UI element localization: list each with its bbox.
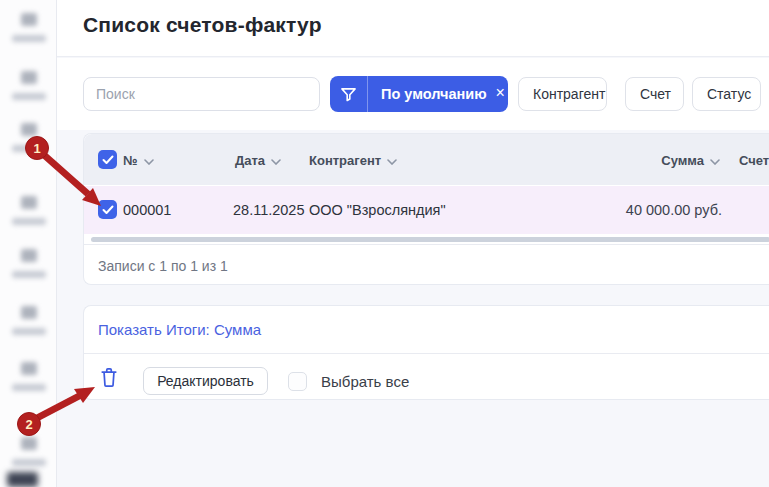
sidebar [0,0,57,487]
filter-button-account[interactable]: Счет [625,77,684,111]
select-all-header-checkbox[interactable] [98,150,117,169]
table-row[interactable]: 000001 28.11.2025 ООО "Взросляндия" 40 0… [84,186,769,234]
sidebar-item-blurred[interactable] [0,71,57,100]
horizontal-scrollbar[interactable] [91,237,769,242]
pagination-text: Записи с 1 по 1 из 1 [98,258,228,274]
select-all-label: Выбрать все [321,373,409,390]
cell-counterparty: ООО "Взросляндия" [309,202,446,218]
column-header-account[interactable]: Счет [739,153,769,168]
divider [84,353,769,354]
sidebar-item-blurred[interactable] [0,249,57,278]
column-header-number[interactable]: № [123,153,154,168]
chip-divider [367,76,368,112]
chevron-down-icon [387,159,397,165]
sidebar-item-blurred[interactable] [0,123,57,152]
show-totals-link[interactable]: Показать Итоги: Сумма [98,321,261,338]
funnel-icon [330,87,367,102]
invoice-table: № Дата Контрагент Сумма Счет 000001 28.1… [83,133,769,285]
filter-chip-label: По умолчанию [381,86,487,102]
row-checkbox[interactable] [98,200,117,219]
column-header-date[interactable]: Дата [235,153,281,168]
check-icon [102,205,114,215]
chevron-down-icon [710,159,720,165]
cell-date: 28.11.2025 [233,202,305,218]
page-title: Список счетов-фактур [83,13,322,37]
sidebar-item-blurred[interactable] [0,306,57,335]
cell-amount: 40 000.00 руб. [626,202,722,218]
search-input[interactable] [83,77,320,111]
filter-button-status[interactable]: Статус [692,77,761,111]
column-header-counterparty[interactable]: Контрагент [309,153,397,168]
check-icon [102,155,114,165]
sidebar-item-blurred[interactable] [0,196,57,225]
close-icon[interactable]: × [496,85,505,103]
edit-button[interactable]: Редактировать [143,367,268,395]
table-header-row: № Дата Контрагент Сумма Счет [84,134,769,185]
pagination-bar: Записи с 1 по 1 из 1 [84,244,769,286]
sidebar-footer-blurred [7,472,38,487]
trash-icon [100,367,118,388]
sidebar-item-blurred[interactable] [0,362,57,391]
filter-button-counterparty[interactable]: Контрагент [518,77,607,111]
column-header-amount[interactable]: Сумма [661,153,720,168]
default-filter-chip[interactable]: По умолчанию × [330,76,508,112]
delete-button[interactable] [99,367,119,389]
sidebar-item-blurred[interactable] [0,13,57,42]
actions-panel: Показать Итоги: Сумма Редактировать Выбр… [83,305,769,400]
chevron-down-icon [271,159,281,165]
cell-number: 000001 [123,202,171,218]
page-header: Список счетов-фактур [57,0,769,57]
toolbar: По умолчанию × Контрагент Счет Статус [57,58,769,130]
select-all-checkbox[interactable] [288,372,307,391]
chevron-down-icon [144,159,154,165]
sidebar-item-blurred[interactable] [0,437,57,466]
